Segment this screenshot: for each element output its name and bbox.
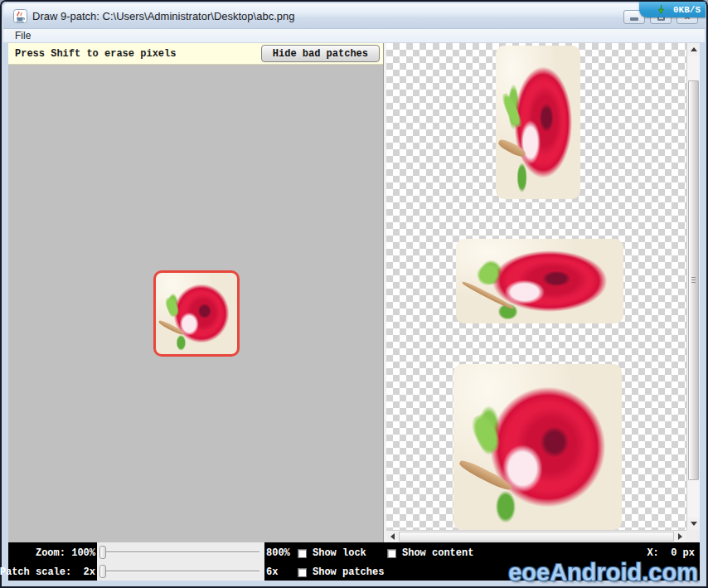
checkbox-icon[interactable] [298,568,307,577]
preview-pane [386,43,700,542]
cursor-x-value: 0 px [671,547,695,559]
java-coffee-cup-icon [13,9,27,23]
arrow-right-icon [678,533,682,540]
editor-canvas[interactable] [8,65,383,542]
eoeandroid-watermark: eoeAndroid.com [508,559,698,586]
editor-pane: Press Shift to erase pixels Hide bad pat… [8,43,383,542]
hide-bad-patches-button[interactable]: Hide bad patches [261,45,380,62]
patch-scale-label: Patch scale: 2x [0,566,95,578]
horizontal-scrollbar[interactable] [386,530,686,542]
both-stretch-preview [453,364,622,530]
horizontal-stretch-preview [456,239,623,323]
arrow-down-icon [691,522,697,526]
download-speed-badge[interactable]: 0KB/S [639,2,706,17]
titlebar[interactable]: Draw 9-patch: C:\Users\Administrator\Des… [3,3,705,29]
zoom-slider-track[interactable] [104,552,259,553]
main-area: Press Shift to erase pixels Hide bad pat… [8,43,700,581]
zoom-value: 100% [71,547,95,559]
hint-text: Press Shift to erase pixels [15,48,261,60]
cursor-coordinates: X: 0 px [647,547,695,559]
preview-transparency-background [386,43,686,530]
green-download-arrow-icon [656,4,667,15]
slider-labels: Zoom: 100% Patch scale: 2x [8,542,97,581]
window-frame: Draw 9-patch: C:\Users\Administrator\Des… [0,0,708,588]
show-patches-checkbox[interactable]: Show patches [298,566,384,578]
horizontal-scrollbar-thumb[interactable] [399,532,674,542]
zoom-max-label: 800% [266,547,290,559]
patch-scale-slider-thumb[interactable] [99,565,106,578]
arrow-up-icon [691,47,697,51]
zoom-slider-thumb[interactable] [99,546,106,559]
scroll-down-button[interactable] [687,518,700,530]
patch-scale-slider-track[interactable] [104,571,259,572]
scrollbar-corner [686,530,700,542]
menubar: File [3,29,705,43]
patch-scale-value: 2x [84,566,95,578]
show-content-label: Show content [402,547,473,559]
show-patches-label: Show patches [313,566,384,578]
checkbox-icon[interactable] [298,549,307,558]
arrow-left-icon [390,533,395,540]
minimize-icon [630,17,638,21]
patch-scale-slider[interactable] [99,565,259,578]
vertical-scrollbar-thumb[interactable] [688,80,699,480]
download-speed-text: 0KB/S [673,5,701,15]
zoom-label: Zoom: 100% [36,547,95,559]
zoom-slider[interactable] [99,546,259,559]
hint-bar: Press Shift to erase pixels Hide bad pat… [8,43,383,65]
vertical-stretch-preview [496,46,580,199]
show-lock-checkbox[interactable]: Show lock [298,547,366,559]
scroll-up-button[interactable] [687,43,700,56]
checkbox-icon[interactable] [387,549,396,558]
draw9patch-window: Draw 9-patch: C:\Users\Administrator\Des… [0,0,708,588]
scroll-left-button[interactable] [386,531,399,542]
show-lock-label: Show lock [313,547,366,559]
scrollbar-grip-icon [691,277,696,284]
window-title: Draw 9-patch: C:\Users\Administrator\Des… [32,10,294,22]
scroll-right-button[interactable] [674,531,686,542]
status-bar: Zoom: 100% Patch scale: 2x 800% 6x [8,542,700,581]
rose-9patch-image[interactable] [153,270,240,357]
vertical-scrollbar[interactable] [686,43,700,530]
patch-scale-max-label: 6x [266,566,278,578]
show-content-checkbox[interactable]: Show content [387,547,473,559]
slider-panel [97,542,264,581]
menu-file[interactable]: File [13,30,32,41]
